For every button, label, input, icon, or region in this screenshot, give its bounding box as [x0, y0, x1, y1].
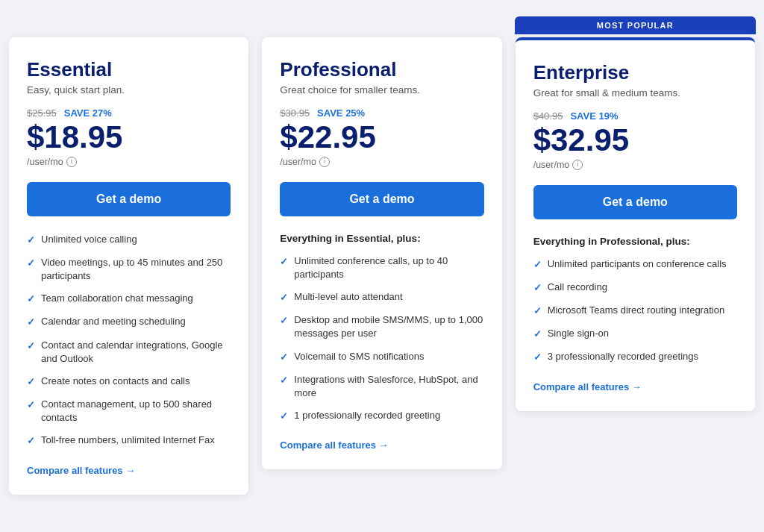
per-user-enterprise: /user/mo i [533, 160, 737, 170]
info-icon-enterprise[interactable]: i [572, 160, 583, 170]
feature-item: ✓ Single sign-on [533, 327, 737, 341]
plan-card-enterprise: MOST POPULAREnterpriseGreat for small & … [516, 37, 755, 410]
feature-item: ✓ Desktop and mobile SMS/MMS, up to 1,00… [280, 313, 483, 340]
feature-item: ✓ Team collaboration chat messaging [27, 292, 231, 306]
check-icon: ✓ [280, 255, 288, 269]
check-icon: ✓ [27, 316, 35, 329]
price-row-essential: $25.95 SAVE 27% [27, 107, 231, 119]
features-header-professional: Everything in Essential, plus: [280, 233, 483, 244]
feature-item: ✓ Call recording [533, 281, 737, 295]
check-icon: ✓ [533, 304, 542, 318]
popular-badge: MOST POPULAR [515, 16, 756, 34]
info-icon-professional[interactable]: i [319, 157, 330, 167]
feature-item: ✓ Unlimited conference calls, up to 40 p… [280, 254, 483, 281]
check-icon: ✓ [27, 375, 35, 389]
feature-item: ✓ 1 professionally recorded greeting [280, 409, 483, 423]
feature-item: ✓ Voicemail to SMS notifications [280, 350, 483, 364]
check-icon: ✓ [533, 281, 542, 295]
compare-link-essential[interactable]: Compare all features → [27, 465, 135, 476]
check-icon: ✓ [533, 328, 542, 341]
feature-item: ✓ Contact management, up to 500 shared c… [27, 398, 231, 425]
compare-link-enterprise[interactable]: Compare all features → [533, 381, 642, 392]
feature-list-professional: ✓ Unlimited conference calls, up to 40 p… [280, 254, 483, 424]
feature-item: ✓ Integrations with Salesforce, HubSpot,… [280, 373, 483, 400]
price-main-essential: $18.95 [27, 120, 231, 154]
feature-list-essential: ✓ Unlimited voice calling ✓ Video meetin… [27, 233, 231, 448]
check-icon: ✓ [27, 434, 35, 448]
feature-item: ✓ Calendar and meeting scheduling [27, 315, 231, 329]
plan-tagline-enterprise: Great for small & medium teams. [533, 87, 737, 98]
check-icon: ✓ [280, 351, 288, 364]
check-icon: ✓ [27, 292, 35, 306]
feature-item: ✓ Multi-level auto attendant [280, 290, 483, 304]
feature-item: ✓ Toll-free numbers, unlimited Internet … [27, 434, 231, 448]
original-price-essential: $25.95 [27, 107, 57, 119]
save-badge-enterprise: SAVE 19% [570, 110, 618, 122]
check-icon: ✓ [27, 398, 35, 412]
feature-item: ✓ Microsoft Teams direct routing integra… [533, 304, 737, 318]
feature-item: ✓ Unlimited voice calling [27, 233, 231, 247]
plan-card-professional: ProfessionalGreat choice for smaller tea… [262, 37, 501, 469]
plan-tagline-professional: Great choice for smaller teams. [280, 84, 483, 96]
price-row-enterprise: $40.95 SAVE 19% [533, 110, 737, 122]
per-user-professional: /user/mo i [280, 157, 483, 167]
price-main-enterprise: $32.95 [533, 123, 737, 157]
check-icon: ✓ [280, 410, 288, 423]
features-header-enterprise: Everything in Professional, plus: [533, 236, 737, 247]
feature-item: ✓ Video meetings, up to 45 minutes and 2… [27, 256, 231, 283]
demo-button-essential[interactable]: Get a demo [27, 182, 231, 216]
check-icon: ✓ [533, 258, 542, 272]
save-badge-professional: SAVE 25% [317, 107, 365, 119]
feature-item: ✓ 3 professionally recorded greetings [533, 350, 737, 364]
check-icon: ✓ [27, 257, 35, 270]
feature-item: ✓ Create notes on contacts and calls [27, 375, 231, 389]
plan-card-essential: EssentialEasy, quick start plan. $25.95 … [9, 37, 248, 494]
demo-button-professional[interactable]: Get a demo [280, 182, 483, 216]
demo-button-enterprise[interactable]: Get a demo [533, 185, 737, 219]
original-price-enterprise: $40.95 [533, 110, 563, 122]
price-row-professional: $30.95 SAVE 25% [280, 107, 483, 119]
price-main-professional: $22.95 [280, 120, 483, 154]
original-price-professional: $30.95 [280, 107, 310, 119]
check-icon: ✓ [533, 351, 542, 364]
pricing-container: EssentialEasy, quick start plan. $25.95 … [9, 37, 755, 494]
feature-item: ✓ Contact and calendar integrations, Goo… [27, 339, 231, 366]
plan-name-professional: Professional [280, 58, 483, 81]
compare-link-professional[interactable]: Compare all features → [280, 439, 388, 451]
plan-tagline-essential: Easy, quick start plan. [27, 84, 231, 96]
check-icon: ✓ [280, 314, 288, 328]
plan-name-enterprise: Enterprise [533, 61, 737, 84]
per-user-essential: /user/mo i [27, 157, 231, 167]
check-icon: ✓ [280, 291, 288, 304]
feature-list-enterprise: ✓ Unlimited participants on conference c… [533, 257, 737, 365]
feature-item: ✓ Unlimited participants on conference c… [533, 257, 737, 272]
plan-name-essential: Essential [27, 58, 231, 81]
check-icon: ✓ [27, 234, 35, 247]
info-icon-essential[interactable]: i [66, 157, 77, 167]
check-icon: ✓ [27, 339, 35, 353]
save-badge-essential: SAVE 27% [64, 107, 112, 119]
check-icon: ✓ [280, 374, 288, 387]
